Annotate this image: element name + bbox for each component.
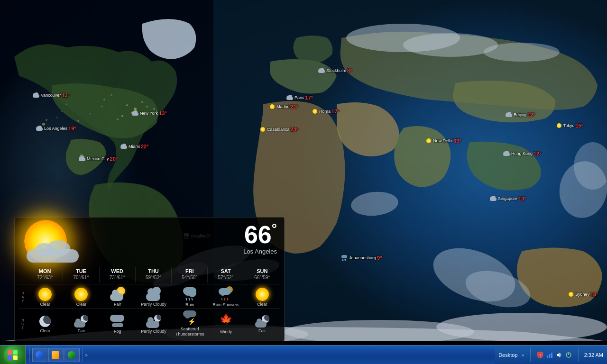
svg-rect-91 xyxy=(13,355,18,360)
day-icon-1: Clear xyxy=(63,287,99,307)
temp-range-0: 72°/63° xyxy=(28,275,61,280)
night-icon-0: Clear xyxy=(27,314,63,334)
night-icon-5: 🍁 Windy xyxy=(208,313,244,335)
svg-point-7 xyxy=(121,115,123,117)
start-button[interactable] xyxy=(0,346,26,364)
night-condition-1: Fair xyxy=(63,328,99,334)
day-icon-2: Fair xyxy=(100,287,136,307)
svg-point-13 xyxy=(103,99,105,100)
night-condition-0: Clear xyxy=(27,328,63,334)
svg-point-12 xyxy=(80,155,83,158)
svg-point-11 xyxy=(46,119,47,121)
svg-point-9 xyxy=(42,123,45,126)
current-temp: 66° Los Angeles xyxy=(243,222,277,255)
night-icon-1: Fair xyxy=(63,314,99,334)
svg-rect-90 xyxy=(8,355,12,360)
svg-point-17 xyxy=(77,120,79,122)
temp-number: 66 xyxy=(244,221,272,248)
svg-point-30 xyxy=(403,33,498,57)
day-condition-2: Fair xyxy=(100,302,136,307)
svg-rect-94 xyxy=(549,354,550,358)
ie-button[interactable] xyxy=(32,348,47,362)
power-icon xyxy=(565,351,572,359)
system-tray: ! xyxy=(536,351,572,359)
start-orb[interactable] xyxy=(4,346,22,364)
svg-text:!: ! xyxy=(540,353,541,357)
forecast-day-3: THU 59°/52° xyxy=(136,267,172,283)
day-icon-0: Clear xyxy=(27,287,63,307)
svg-point-5 xyxy=(131,112,133,114)
clock-time: 2:32 AM xyxy=(584,352,603,358)
network-icon xyxy=(546,351,553,359)
day-icon-4: Rain xyxy=(172,286,208,308)
forecast-day-4: FRI 54°/50° xyxy=(172,267,208,283)
svg-point-4 xyxy=(134,108,137,110)
night-icon-2: Fog xyxy=(100,314,136,334)
day-condition-6: Clear xyxy=(244,302,280,307)
explorer-button[interactable] xyxy=(48,348,64,362)
forecast-section: MON 72°/63° TUE 70°/61° WED 73°/61° THU … xyxy=(15,267,284,337)
svg-point-23 xyxy=(56,117,58,118)
night-condition-3: Partly Cloudy xyxy=(136,329,172,334)
svg-rect-88 xyxy=(8,350,12,355)
quick-launch: » xyxy=(26,348,90,362)
taskbar-right-arrows[interactable]: » xyxy=(522,352,524,358)
volume-icon[interactable] xyxy=(555,351,563,359)
media-button[interactable] xyxy=(64,348,80,362)
night-icon-4: ⚡ ScatteredThunderstorms xyxy=(172,310,208,337)
forecast-day-0: MON 72°/63° xyxy=(27,267,63,283)
svg-point-31 xyxy=(484,43,560,62)
svg-rect-95 xyxy=(551,353,552,358)
night-icon-3: Partly Cloudy xyxy=(136,314,172,334)
svg-point-16 xyxy=(90,113,91,115)
day-icon-5: Rain Showers xyxy=(208,286,244,308)
svg-point-21 xyxy=(66,104,67,105)
night-condition-6: Fair xyxy=(244,328,280,334)
forecast-day-2: WED 73°/61° xyxy=(100,267,136,283)
svg-point-6 xyxy=(126,104,128,106)
night-condition-5: Windy xyxy=(208,329,244,335)
svg-point-15 xyxy=(101,106,103,108)
forecast-day-1: TUE 70°/61° xyxy=(63,267,99,283)
night-condition-4: ScatteredThunderstorms xyxy=(172,327,208,337)
day-condition-1: Clear xyxy=(63,302,99,307)
day-condition-4: Rain xyxy=(172,302,208,308)
svg-point-8 xyxy=(117,118,119,120)
night-icon-6: Fair xyxy=(244,314,280,334)
night-condition-2: Fog xyxy=(100,329,136,334)
day-label-0: MON xyxy=(28,268,61,274)
city-name: Los Angeles xyxy=(243,248,277,255)
forecast-day-6: SUN 66°/59° xyxy=(244,267,280,283)
day-condition-0: Clear xyxy=(27,302,63,307)
current-weather-icon xyxy=(22,222,83,265)
windows-logo-icon xyxy=(8,350,18,360)
svg-point-20 xyxy=(153,108,155,110)
day-icon-6: Clear xyxy=(244,287,280,307)
day-icon-3: Partly Cloudy xyxy=(136,287,172,307)
taskbar: » Desktop » ! xyxy=(0,345,607,364)
clock[interactable]: 2:32 AM xyxy=(584,352,603,358)
svg-point-14 xyxy=(110,94,112,96)
weather-widget: 66° Los Angeles MON 72°/63° TUE 70°/61° … xyxy=(14,217,285,341)
quicklaunch-more[interactable]: » xyxy=(85,352,88,358)
svg-point-18 xyxy=(141,101,143,103)
svg-point-10 xyxy=(39,128,41,130)
taskbar-right: Desktop » ! 2:32 xyxy=(495,346,607,364)
forecast-day-5: SAT 57°/52° xyxy=(208,267,244,283)
svg-point-22 xyxy=(61,111,63,112)
svg-rect-93 xyxy=(547,355,548,358)
temp-unit: ° xyxy=(272,221,277,236)
day-condition-3: Partly Cloudy xyxy=(136,302,172,307)
svg-point-19 xyxy=(146,106,148,108)
security-icon: ! xyxy=(536,351,544,359)
desktop-label[interactable]: Desktop xyxy=(498,352,517,358)
day-condition-5: Rain Showers xyxy=(208,302,244,308)
svg-rect-89 xyxy=(13,350,18,355)
